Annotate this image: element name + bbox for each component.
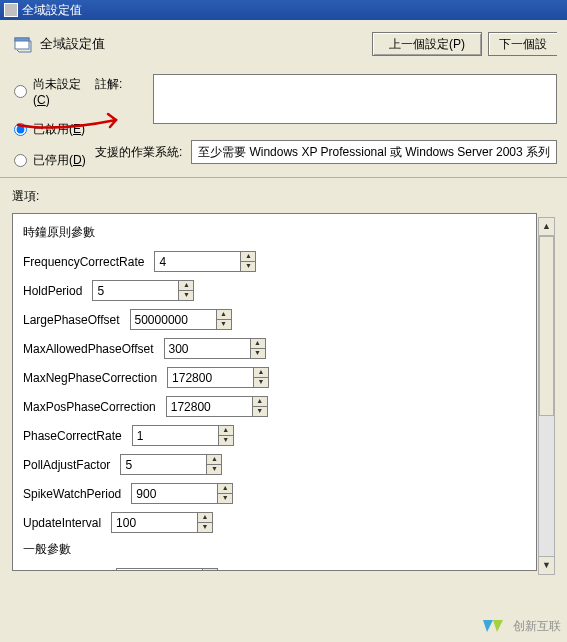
spin-down-icon[interactable]: ▼ <box>252 406 268 417</box>
window-icon <box>4 3 18 17</box>
param-phasecorrectrate: PhaseCorrectRate ▲▼ <box>23 421 526 450</box>
input-holdperiod[interactable] <box>92 280 178 301</box>
spinner-maxposphasecorrection[interactable]: ▲▼ <box>166 396 268 417</box>
spin-down-icon[interactable]: ▼ <box>240 261 256 272</box>
label-maxposphasecorrection: MaxPosPhaseCorrection <box>23 400 156 414</box>
spin-up-icon[interactable]: ▲ <box>250 338 266 348</box>
section-clock-params: 時鐘原則參數 <box>23 220 526 247</box>
radio-enabled-label: 已啟用(E) <box>33 121 85 138</box>
scroll-down-icon[interactable]: ▼ <box>539 556 554 574</box>
param-largephaseoffset: LargePhaseOffset ▲▼ <box>23 305 526 334</box>
watermark: 创新互联 <box>479 616 561 636</box>
param-updateinterval: UpdateInterval ▲▼ <box>23 508 526 537</box>
spinner-largephaseoffset[interactable]: ▲▼ <box>130 309 232 330</box>
watermark-logo-icon <box>479 616 507 636</box>
spin-up-icon[interactable]: ▲ <box>216 309 232 319</box>
spinner-spikewatchperiod[interactable]: ▲▼ <box>131 483 233 504</box>
supported-os-value: 至少需要 Windows XP Professional 或 Windows S… <box>198 144 550 161</box>
param-announceflags: AnnounceFlags ▲▼ <box>23 564 526 571</box>
spinner-phasecorrectrate[interactable]: ▲▼ <box>132 425 234 446</box>
radio-enabled-input[interactable] <box>14 123 27 136</box>
param-polladjustfactor: PollAdjustFactor ▲▼ <box>23 450 526 479</box>
radio-not-configured-input[interactable] <box>14 85 27 98</box>
radio-enabled[interactable]: 已啟用(E) <box>14 121 95 138</box>
scroll-thumb[interactable] <box>539 236 554 416</box>
radio-disabled[interactable]: 已停用(D) <box>14 152 95 169</box>
spin-up-icon[interactable]: ▲ <box>218 425 234 435</box>
label-frequencycorrectrate: FrequencyCorrectRate <box>23 255 144 269</box>
svg-rect-1 <box>15 38 29 41</box>
param-spikewatchperiod: SpikeWatchPeriod ▲▼ <box>23 479 526 508</box>
options-scrollbar[interactable]: ▲ ▼ <box>538 217 555 575</box>
spinner-maxallowedphaseoffset[interactable]: ▲▼ <box>164 338 266 359</box>
spinner-holdperiod[interactable]: ▲▼ <box>92 280 194 301</box>
radio-not-configured-label: 尚未設定(C) <box>33 76 95 107</box>
input-frequencycorrectrate[interactable] <box>154 251 240 272</box>
spinner-announceflags[interactable]: ▲▼ <box>116 568 218 571</box>
param-maxnegphasecorrection: MaxNegPhaseCorrection ▲▼ <box>23 363 526 392</box>
comment-textbox[interactable] <box>153 74 557 124</box>
input-updateinterval[interactable] <box>111 512 197 533</box>
policy-icon <box>14 35 32 53</box>
input-maxallowedphaseoffset[interactable] <box>164 338 250 359</box>
input-announceflags[interactable] <box>116 568 202 571</box>
input-phasecorrectrate[interactable] <box>132 425 218 446</box>
param-frequencycorrectrate: FrequencyCorrectRate ▲▼ <box>23 247 526 276</box>
spinner-frequencycorrectrate[interactable]: ▲▼ <box>154 251 256 272</box>
label-holdperiod: HoldPeriod <box>23 284 82 298</box>
spin-up-icon[interactable]: ▲ <box>252 396 268 406</box>
param-maxallowedphaseoffset: MaxAllowedPhaseOffset ▲▼ <box>23 334 526 363</box>
supported-os-textbox: 至少需要 Windows XP Professional 或 Windows S… <box>191 140 557 164</box>
window-title: 全域設定值 <box>22 2 82 19</box>
subtitle-label: 全域設定值 <box>40 35 105 53</box>
watermark-text: 创新互联 <box>513 618 561 635</box>
label-phasecorrectrate: PhaseCorrectRate <box>23 429 122 443</box>
spin-down-icon[interactable]: ▼ <box>206 464 222 475</box>
spin-down-icon[interactable]: ▼ <box>250 348 266 359</box>
param-holdperiod: HoldPeriod ▲▼ <box>23 276 526 305</box>
supported-os-label: 支援的作業系統: <box>95 144 191 161</box>
input-polladjustfactor[interactable] <box>120 454 206 475</box>
spin-up-icon[interactable]: ▲ <box>178 280 194 290</box>
state-radio-group: 尚未設定(C) 已啟用(E) 已停用(D) <box>14 74 95 169</box>
label-updateinterval: UpdateInterval <box>23 516 101 530</box>
spin-down-icon[interactable]: ▼ <box>178 290 194 301</box>
previous-setting-button[interactable]: 上一個設定(P) <box>372 32 482 56</box>
param-maxposphasecorrection: MaxPosPhaseCorrection ▲▼ <box>23 392 526 421</box>
titlebar: 全域設定值 <box>0 0 567 20</box>
input-maxposphasecorrection[interactable] <box>166 396 252 417</box>
label-spikewatchperiod: SpikeWatchPeriod <box>23 487 121 501</box>
spinner-maxnegphasecorrection[interactable]: ▲▼ <box>167 367 269 388</box>
comment-label: 註解: <box>95 74 143 93</box>
scroll-track[interactable] <box>539 236 554 556</box>
spinner-polladjustfactor[interactable]: ▲▼ <box>120 454 222 475</box>
section-general-params: 一般參數 <box>23 537 526 564</box>
spin-up-icon[interactable]: ▲ <box>240 251 256 261</box>
input-largephaseoffset[interactable] <box>130 309 216 330</box>
input-maxnegphasecorrection[interactable] <box>167 367 253 388</box>
label-maxnegphasecorrection: MaxNegPhaseCorrection <box>23 371 157 385</box>
spin-up-icon[interactable]: ▲ <box>217 483 233 493</box>
spin-up-icon[interactable]: ▲ <box>253 367 269 377</box>
radio-disabled-input[interactable] <box>14 154 27 167</box>
options-label: 選項: <box>0 178 567 209</box>
options-listbox: 時鐘原則參數 FrequencyCorrectRate ▲▼ HoldPerio… <box>12 213 537 571</box>
input-spikewatchperiod[interactable] <box>131 483 217 504</box>
radio-not-configured[interactable]: 尚未設定(C) <box>14 76 95 107</box>
spin-up-icon[interactable]: ▲ <box>202 568 218 571</box>
next-setting-button[interactable]: 下一個設 <box>488 32 557 56</box>
spin-up-icon[interactable]: ▲ <box>197 512 213 522</box>
spin-down-icon[interactable]: ▼ <box>218 435 234 446</box>
spin-down-icon[interactable]: ▼ <box>217 493 233 504</box>
spinner-updateinterval[interactable]: ▲▼ <box>111 512 213 533</box>
scroll-up-icon[interactable]: ▲ <box>539 218 554 236</box>
radio-disabled-label: 已停用(D) <box>33 152 86 169</box>
spin-down-icon[interactable]: ▼ <box>197 522 213 533</box>
page-subtitle: 全域設定值 <box>14 35 105 53</box>
spin-down-icon[interactable]: ▼ <box>253 377 269 388</box>
spin-up-icon[interactable]: ▲ <box>206 454 222 464</box>
spin-down-icon[interactable]: ▼ <box>216 319 232 330</box>
label-largephaseoffset: LargePhaseOffset <box>23 313 120 327</box>
label-maxallowedphaseoffset: MaxAllowedPhaseOffset <box>23 342 154 356</box>
label-polladjustfactor: PollAdjustFactor <box>23 458 110 472</box>
